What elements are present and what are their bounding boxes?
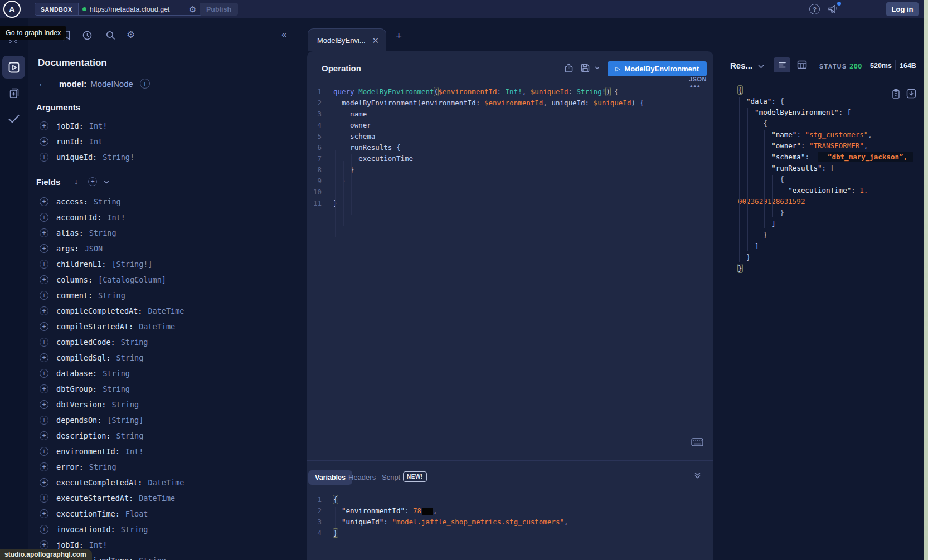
add-field-icon[interactable]: + [40,416,48,425]
run-operation-button[interactable]: ▷ ModelByEnvironment [608,61,707,76]
add-field-icon[interactable]: + [40,400,48,409]
add-field-icon[interactable]: + [40,509,48,518]
add-fields-icon[interactable]: + [88,177,97,186]
field-name[interactable]: jobId: [56,121,84,130]
add-field-icon[interactable]: + [40,213,48,222]
editor-options-icon[interactable]: ••• [690,82,701,90]
add-field-icon[interactable]: + [40,228,48,237]
field-type-link[interactable]: String [121,525,148,534]
field-name[interactable]: compileCompletedAt: [56,306,142,315]
settings-gear-icon[interactable]: ⚙ [127,30,135,40]
field-name[interactable]: runId: [56,137,84,146]
field-name[interactable]: executionTime: [56,509,120,518]
add-field-icon[interactable]: + [40,322,48,331]
field-type-link[interactable]: String [139,556,166,560]
add-field-icon[interactable]: + [40,197,48,206]
tab-script[interactable]: Script [382,473,400,481]
add-field-icon[interactable]: + [40,338,48,347]
field-name[interactable]: description: [56,431,111,440]
endpoint-url-box[interactable]: https://metadata.cloud.get ⚙ [79,3,202,15]
field-name[interactable]: error: [56,462,84,471]
chevron-down-icon[interactable] [104,180,109,184]
history-icon[interactable] [82,30,93,41]
field-type-link[interactable]: String [94,197,121,206]
field-type-link[interactable]: String [98,291,125,300]
save-options-chevron-icon[interactable] [595,66,600,70]
field-type-link[interactable]: String [121,338,148,347]
field-name[interactable]: executeStartedAt: [56,494,133,503]
field-type-link[interactable]: DateTime [139,494,175,503]
field-type-link[interactable]: String [103,384,130,393]
field-name[interactable]: dependsOn: [56,416,101,425]
sandbox-badge[interactable]: SANDBOX [35,3,79,15]
help-icon[interactable]: ? [809,4,820,14]
collapse-section-icon[interactable] [694,472,701,479]
field-type-link[interactable]: Int! [125,447,144,456]
add-field-icon[interactable]: + [40,121,48,130]
add-field-icon[interactable]: + [40,462,48,471]
tab-modelbyenvironment[interactable]: ModelByEnvi... ✕ [308,28,386,51]
field-type-link[interactable]: DateTime [148,478,184,487]
docs-type-link[interactable]: ModelNode [90,79,133,89]
collapse-panel-icon[interactable]: « [281,30,286,39]
field-type-link[interactable]: [String] [107,416,143,425]
field-type-link[interactable]: Int! [89,121,108,130]
add-field-icon[interactable]: + [40,260,48,269]
field-name[interactable]: args: [56,244,79,253]
field-type-link[interactable]: Int [89,137,103,146]
field-name[interactable]: accountId: [56,213,101,222]
add-field-icon[interactable]: + [40,478,48,487]
field-name[interactable]: dbtVersion: [56,400,106,409]
field-name[interactable]: childrenL1: [56,260,106,269]
add-field-icon[interactable]: + [40,353,48,362]
field-name[interactable]: compiledCode: [56,338,115,347]
add-field-icon[interactable]: + [40,306,48,315]
add-field-icon[interactable]: + [40,153,48,162]
field-type-link[interactable]: String [116,353,144,362]
explorer-nav-item[interactable] [2,56,25,79]
operation-collections-nav-item[interactable] [8,86,21,100]
field-name[interactable]: comment: [56,291,93,300]
field-type-link[interactable]: Int! [107,213,125,222]
back-arrow-icon[interactable]: ← [38,79,47,88]
field-type-link[interactable]: String [103,369,130,378]
keyboard-shortcuts-icon[interactable] [691,438,703,446]
field-name[interactable]: database: [56,369,97,378]
new-tab-button[interactable]: + [396,31,402,41]
apollo-logo-icon[interactable]: A [3,1,21,18]
field-type-link[interactable]: [CatalogColumn] [98,275,166,284]
field-name[interactable]: uniqueId: [56,153,97,162]
add-field-icon[interactable]: + [40,494,48,503]
field-name[interactable]: columns: [56,275,93,284]
field-type-link[interactable]: DateTime [139,322,175,331]
field-type-link[interactable]: JSON [85,244,103,253]
field-name[interactable]: dbtGroup: [56,384,97,393]
field-name[interactable]: executeCompletedAt: [56,478,142,487]
sort-fields-icon[interactable]: ↓ [74,178,78,186]
close-tab-icon[interactable]: ✕ [372,36,379,45]
field-name[interactable]: alias: [56,228,84,237]
field-type-link[interactable]: Float [125,509,148,518]
add-field-icon[interactable]: + [40,244,48,253]
field-name[interactable]: jobId: [56,540,84,549]
graph-index-icon[interactable] [9,40,12,43]
tree-view-toggle[interactable] [774,57,790,72]
add-field-icon[interactable]: + [40,369,48,378]
add-field-icon[interactable]: + [40,291,48,300]
announcements-megaphone-icon[interactable] [828,4,838,14]
variables-editor[interactable]: 1{2 "environmentId": 78,3 "uniqueId": "m… [307,494,568,539]
field-type-link[interactable]: DateTime [148,306,184,315]
endpoint-url-input[interactable]: https://metadata.cloud.get [90,6,186,13]
field-type-link[interactable]: Int! [89,540,108,549]
field-name[interactable]: compileStartedAt: [56,322,133,331]
field-type-link[interactable]: String! [103,153,134,162]
add-field-icon[interactable]: + [40,540,48,549]
share-operation-icon[interactable] [564,63,574,73]
field-type-link[interactable]: [String!] [111,260,152,269]
table-view-toggle[interactable] [797,60,807,69]
field-type-link[interactable]: String [89,228,116,237]
field-name[interactable]: invocationId: [56,525,115,534]
graph-index-icon[interactable] [14,40,17,43]
login-button[interactable]: Log in [886,2,919,16]
response-chevron-down-icon[interactable] [758,65,764,69]
